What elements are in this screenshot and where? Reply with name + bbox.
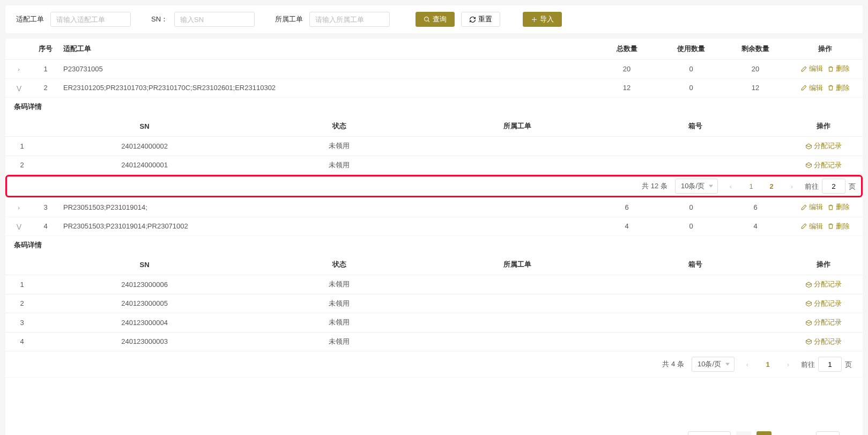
edit-button[interactable]: 编辑 — [800, 202, 823, 212]
alloc-button[interactable]: 分配记录 — [805, 318, 842, 327]
page-2[interactable]: 2 — [764, 179, 779, 194]
col-op: 操作 — [788, 39, 863, 60]
col-used: 使用数量 — [659, 39, 723, 60]
detail-table: SN 状态 所属工单 箱号 操作 1 240123000006 未领用 分配记录… — [5, 254, 863, 351]
col-remain: 剩余数量 — [723, 39, 788, 60]
detail-table: SN 状态 所属工单 箱号 操作 1 240124000002 未领用 分配记录… — [5, 116, 863, 175]
page-size-select[interactable]: 10条/页 — [675, 179, 718, 194]
page-next[interactable]: › — [781, 357, 796, 372]
page-goto: 前往 页 — [797, 431, 852, 435]
page-next[interactable]: › — [777, 431, 792, 435]
detail-pagination: 共 12 条 10条/页 ‹ 12 › 前往页 — [5, 175, 863, 197]
table-row: › 3 PR23051503;P231019014; 6 0 6 编辑删除 — [5, 198, 863, 217]
page-prev[interactable]: ‹ — [740, 357, 755, 372]
alloc-button[interactable]: 分配记录 — [805, 337, 842, 346]
main-panel: 序号 适配工单 总数量 使用数量 剩余数量 操作 › 1 P230731005 … — [5, 39, 863, 435]
table-row: ⋁ 2 ER23101205;PR23101703;PR2310170C;SR2… — [5, 78, 863, 98]
detail-row: 2 240124000001 未领用 分配记录 — [5, 156, 863, 175]
page-goto: 前往页 — [801, 357, 852, 372]
sn-input[interactable] — [174, 12, 255, 27]
main-pagination: 共 4 条 10条/页 ‹ 1 › 前往 页 — [5, 426, 863, 435]
page-goto-input[interactable] — [818, 357, 842, 372]
import-button[interactable]: 导入 — [523, 12, 562, 27]
expand-toggle[interactable]: ⋁ — [17, 223, 21, 230]
detail-pagination: 共 4 条 10条/页 ‹ 1 › 前往页 — [5, 351, 863, 377]
main-table: 序号 适配工单 总数量 使用数量 剩余数量 操作 › 1 P230731005 … — [5, 39, 863, 378]
filter-bar: 适配工单 SN： 所属工单 查询 重置 导入 — [5, 5, 863, 33]
expand-toggle[interactable]: › — [18, 204, 20, 211]
detail-row: 4 240123000003 未领用 分配记录 — [5, 332, 863, 351]
page-size-select[interactable]: 10条/页 — [692, 357, 735, 372]
alloc-button[interactable]: 分配记录 — [805, 279, 842, 289]
svg-line-1 — [428, 20, 429, 22]
alloc-button[interactable]: 分配记录 — [805, 141, 842, 151]
page-prev[interactable]: ‹ — [736, 431, 751, 435]
expand-toggle[interactable]: ⋁ — [17, 85, 21, 92]
detail-row: 2 240123000005 未领用 分配记录 — [5, 294, 863, 313]
page-total: 共 12 条 — [642, 181, 667, 191]
query-button[interactable]: 查询 — [416, 12, 455, 27]
table-row: ⋁ 4 PR23051503;P231019014;PR23071002 4 0… — [5, 217, 863, 236]
order-label: 适配工单 — [16, 14, 44, 24]
owner-label: 所属工单 — [275, 14, 303, 24]
page-1[interactable]: 1 — [744, 179, 759, 194]
page-1[interactable]: 1 — [760, 357, 775, 372]
expand-toggle[interactable]: › — [18, 66, 20, 72]
page-goto-input[interactable] — [816, 431, 840, 435]
page-prev[interactable]: ‹ — [723, 179, 738, 194]
order-input[interactable] — [50, 12, 131, 27]
svg-point-0 — [425, 17, 429, 21]
col-idx: 序号 — [32, 39, 59, 60]
page-total: 共 4 条 — [662, 359, 684, 369]
search-icon — [424, 16, 431, 23]
edit-button[interactable]: 编辑 — [800, 64, 823, 73]
delete-button[interactable]: 删除 — [827, 222, 850, 231]
edit-button[interactable]: 编辑 — [800, 83, 823, 93]
detail-row: 1 240124000002 未领用 分配记录 — [5, 137, 863, 156]
col-order: 适配工单 — [59, 39, 595, 60]
refresh-icon — [469, 16, 476, 23]
delete-button[interactable]: 删除 — [827, 202, 850, 212]
detail-title: 条码详情 — [5, 236, 863, 254]
table-row: › 1 P230731005 20 0 20 编辑删除 — [5, 60, 863, 79]
page-goto-input[interactable] — [822, 179, 845, 194]
edit-button[interactable]: 编辑 — [800, 222, 823, 231]
page-next[interactable]: › — [784, 179, 799, 194]
plus-icon — [531, 16, 538, 23]
sn-label: SN： — [151, 14, 168, 24]
reset-button[interactable]: 重置 — [461, 12, 500, 27]
page-1[interactable]: 1 — [756, 431, 771, 435]
owner-input[interactable] — [309, 12, 390, 27]
detail-title: 条码详情 — [5, 98, 863, 116]
detail-row: 1 240123000006 未领用 分配记录 — [5, 275, 863, 294]
alloc-button[interactable]: 分配记录 — [805, 299, 842, 308]
delete-button[interactable]: 删除 — [827, 83, 850, 93]
alloc-button[interactable]: 分配记录 — [805, 160, 842, 170]
page-goto: 前往页 — [805, 179, 856, 194]
delete-button[interactable]: 删除 — [827, 64, 850, 73]
col-total: 总数量 — [595, 39, 659, 60]
detail-row: 3 240123000004 未领用 分配记录 — [5, 313, 863, 333]
page-size-select[interactable]: 10条/页 — [688, 431, 731, 435]
